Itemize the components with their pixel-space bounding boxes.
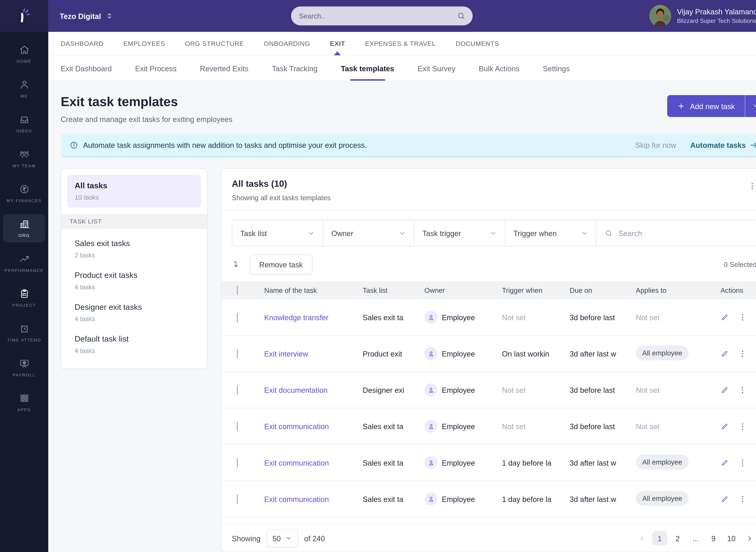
filter-owner[interactable]: Owner [324,220,414,246]
filter-task-trigger-label: Task trigger [422,229,461,237]
row-checkbox[interactable] [237,494,238,504]
task-name-link[interactable]: Knowledge transfer [264,313,328,321]
pagination-prev-icon[interactable] [634,531,649,546]
pagination-page-2[interactable]: 2 [670,531,685,546]
user-menu[interactable]: Vijay Prakash Yalamanchili Blizzard Supe… [649,5,756,27]
sidebar-item-home[interactable]: HOME [3,40,45,68]
table-search-input[interactable] [618,229,748,237]
company-switcher[interactable]: Tezo Digital [60,12,114,20]
task-list-item-product[interactable]: Product exit tasks 4 tasks [61,261,207,293]
edit-icon[interactable] [721,495,729,503]
skip-for-now-link[interactable]: Skip for now [635,141,676,149]
subtab-bulk-actions[interactable]: Bulk Actions [479,56,519,81]
subtab-task-tracking[interactable]: Task Tracking [272,56,318,81]
sort-icon[interactable] [232,260,241,269]
sidebar-item-project[interactable]: PROJECT [3,284,45,312]
edit-icon[interactable] [721,313,729,321]
filter-task-trigger[interactable]: Task trigger [414,220,506,246]
tab-documents[interactable]: DOCUMENTS [456,32,499,55]
sidebar-item-org[interactable]: ORG [3,214,45,243]
tab-dashboard[interactable]: DASHBOARD [61,32,104,55]
task-list-item-default[interactable]: Default task list 4 tasks [61,324,207,357]
subtab-exit-dashboard[interactable]: Exit Dashboard [61,56,112,81]
sidebar-item-me[interactable]: ME [3,75,45,103]
subtab-exit-process[interactable]: Exit Process [135,56,177,81]
subtab-settings[interactable]: Settings [543,56,570,81]
task-name-link[interactable]: Exit interview [264,349,308,358]
sidebar-item-label: HOME [17,59,32,64]
row-menu-icon[interactable] [738,313,747,321]
list-item-count: 2 tasks [75,252,194,259]
sidebar-item-label: APPS [17,407,31,412]
task-name-link[interactable]: Exit communication [264,495,329,503]
add-new-task-button[interactable]: Add new task [667,95,745,117]
remove-task-button[interactable]: Remove task [250,254,312,274]
subtab-exit-survey[interactable]: Exit Survey [418,56,455,81]
table-more-menu-icon[interactable] [748,182,756,191]
pagination-next-icon[interactable] [742,531,756,546]
sidebar-item-my-team[interactable]: MY TEAM [3,144,45,173]
global-search-input[interactable] [299,12,457,20]
sidebar-item-label: MY TEAM [13,163,36,168]
column-header-applies-to: Applies to [636,286,706,294]
edit-icon[interactable] [721,458,729,467]
owner-cell: Employee [424,456,502,469]
task-list-item-sales[interactable]: Sales exit tasks 2 tasks [61,229,207,261]
chevron-down-icon [752,102,756,110]
row-checkbox[interactable] [237,312,238,322]
subtab-reverted-exits[interactable]: Reverted Exits [200,56,248,81]
column-header-name: Name of the task [264,286,363,294]
sidebar-item-performance[interactable]: PERFORMANCE [3,249,45,277]
per-page-select[interactable]: 50 [266,529,298,547]
row-checkbox[interactable] [237,421,238,431]
tab-org-structure[interactable]: ORG STRUCTURE [185,32,244,55]
sidebar-item-payroll[interactable]: PAYROLL [3,354,45,382]
row-checkbox[interactable] [237,385,238,395]
row-menu-icon[interactable] [738,386,747,394]
row-menu-icon[interactable] [738,495,747,503]
global-search[interactable] [291,6,472,25]
sidebar-item-time-attend[interactable]: TIME ATTEND [3,319,45,347]
edit-icon[interactable] [721,422,729,430]
edit-icon[interactable] [721,349,729,358]
row-checkbox[interactable] [237,458,238,467]
sidebar-item-label: PAYROLL [13,372,36,377]
tab-exit[interactable]: EXIT [330,32,345,55]
filter-task-list[interactable]: Task list [232,220,324,246]
row-menu-icon[interactable] [738,349,747,358]
row-checkbox[interactable] [237,349,238,358]
due-on-cell: 3d before last [570,313,636,321]
row-menu-icon[interactable] [738,458,747,467]
sidebar-item-inbox[interactable]: INBOX [3,110,45,138]
pagination-page-9[interactable]: 9 [706,531,721,546]
performance-trend-icon [19,254,29,264]
owner-person-icon [424,456,437,469]
tab-onboarding[interactable]: ONBOARDING [264,32,310,55]
due-on-cell: 3d before last [570,422,636,430]
org-building-icon [19,219,29,230]
table-search[interactable] [596,220,756,246]
pagination-page-1[interactable]: 1 [652,531,667,546]
bulk-action-row: Remove task 0 Selected [232,254,756,274]
tab-expenses-travel[interactable]: EXPENSES & TRAVEL [365,32,436,55]
task-name-link[interactable]: Exit documentation [264,386,328,394]
task-list-all-tasks[interactable]: All tasks 10 tasks [67,175,201,208]
task-name-link[interactable]: Exit communication [264,422,329,430]
task-name-link[interactable]: Exit communication [264,458,329,467]
row-menu-icon[interactable] [738,422,747,430]
sidebar-item-apps[interactable]: APPS [3,388,45,417]
tab-employees[interactable]: EMPLOYEES [123,32,165,55]
subtab-task-templates[interactable]: Task templates [341,56,394,81]
filter-trigger-when[interactable]: Trigger when [506,220,596,246]
brand-logo[interactable] [0,0,48,32]
edit-icon[interactable] [721,386,729,394]
list-item-title: Designer exit tasks [75,303,194,312]
select-all-checkbox[interactable] [237,286,238,295]
add-task-dropdown-button[interactable] [745,95,756,117]
automate-tasks-link[interactable]: Automate tasks [690,141,756,149]
owner-label: Employee [442,313,481,321]
task-list-item-designer[interactable]: Designer exit tasks 4 tasks [61,293,207,325]
sidebar-item-my-finances[interactable]: MY FINANCES [3,179,45,208]
pagination-page-10[interactable]: 10 [724,531,739,546]
task-list-cell: Sales exit ta [363,495,424,503]
